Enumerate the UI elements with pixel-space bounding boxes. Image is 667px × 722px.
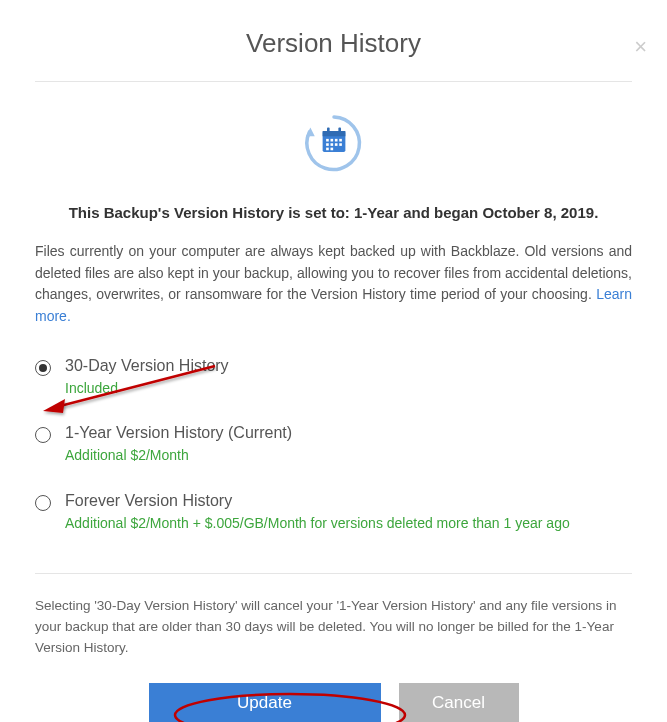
close-icon[interactable]: × bbox=[634, 36, 647, 58]
radio-30-day[interactable] bbox=[35, 360, 51, 376]
description: Files currently on your computer are alw… bbox=[35, 241, 632, 328]
footer-note: Selecting '30-Day Version History' will … bbox=[35, 596, 632, 659]
svg-rect-12 bbox=[339, 143, 342, 146]
divider bbox=[35, 573, 632, 574]
option-sub: Additional $2/Month bbox=[65, 446, 632, 465]
cancel-button[interactable]: Cancel bbox=[399, 683, 519, 722]
update-button[interactable]: Update bbox=[149, 683, 381, 722]
option-label: 30-Day Version History bbox=[65, 356, 632, 377]
svg-rect-11 bbox=[334, 143, 337, 146]
description-text: Files currently on your computer are alw… bbox=[35, 243, 632, 302]
status-middle: and began bbox=[399, 204, 482, 221]
svg-rect-7 bbox=[334, 139, 337, 142]
calendar-history-icon bbox=[35, 110, 632, 184]
svg-rect-9 bbox=[326, 143, 329, 146]
status-suffix: . bbox=[594, 204, 598, 221]
option-sub: Included bbox=[65, 379, 632, 398]
option-label: 1-Year Version History (Current) bbox=[65, 423, 632, 444]
button-row: Update Cancel bbox=[35, 683, 632, 722]
option-1-year[interactable]: 1-Year Version History (Current) Additio… bbox=[35, 423, 632, 465]
svg-rect-6 bbox=[330, 139, 333, 142]
option-sub: Additional $2/Month + $.005/GB/Month for… bbox=[65, 514, 632, 533]
options-group: 30-Day Version History Included 1-Year V… bbox=[35, 356, 632, 533]
status-line: This Backup's Version History is set to:… bbox=[35, 204, 632, 221]
svg-rect-13 bbox=[326, 148, 329, 151]
radio-1-year[interactable] bbox=[35, 427, 51, 443]
svg-rect-10 bbox=[330, 143, 333, 146]
svg-rect-5 bbox=[326, 139, 329, 142]
version-history-modal: × Version History This Backup's Version … bbox=[0, 28, 667, 722]
radio-forever[interactable] bbox=[35, 495, 51, 511]
modal-title: Version History bbox=[35, 28, 632, 59]
option-forever[interactable]: Forever Version History Additional $2/Mo… bbox=[35, 491, 632, 533]
status-date: October 8, 2019 bbox=[482, 204, 594, 221]
svg-rect-14 bbox=[330, 148, 333, 151]
svg-rect-8 bbox=[339, 139, 342, 142]
option-label: Forever Version History bbox=[65, 491, 632, 512]
option-30-day[interactable]: 30-Day Version History Included bbox=[35, 356, 632, 398]
svg-marker-0 bbox=[306, 128, 315, 137]
svg-rect-4 bbox=[338, 128, 341, 134]
status-prefix: This Backup's Version History is set to: bbox=[69, 204, 354, 221]
divider bbox=[35, 81, 632, 82]
status-plan: 1-Year bbox=[354, 204, 399, 221]
svg-rect-3 bbox=[327, 128, 330, 134]
svg-rect-2 bbox=[322, 131, 345, 136]
